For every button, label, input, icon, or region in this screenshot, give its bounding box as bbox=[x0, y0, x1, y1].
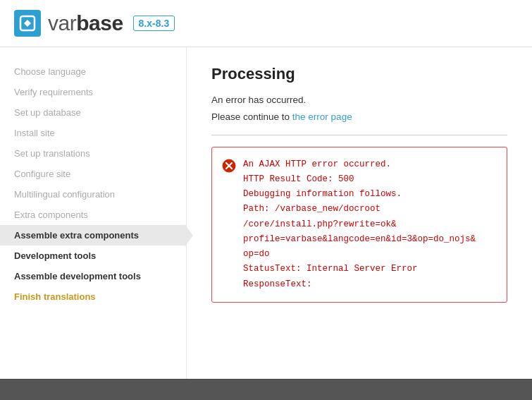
sidebar-item-set-up-database[interactable]: Set up database bbox=[0, 102, 186, 123]
error-details: An AJAX HTTP error occurred. HTTP Result… bbox=[243, 157, 476, 292]
page-title: Processing bbox=[211, 65, 507, 83]
error-box: An AJAX HTTP error occurred. HTTP Result… bbox=[211, 147, 507, 303]
error-intro-line2: Please continue to the error page bbox=[211, 110, 507, 124]
error-x-icon bbox=[222, 159, 236, 173]
sidebar-item-assemble-development-tools[interactable]: Assemble development tools bbox=[0, 266, 186, 286]
sidebar-item-install-site[interactable]: Install site bbox=[0, 123, 186, 143]
error-text: An AJAX HTTP error occurred. HTTP Result… bbox=[243, 157, 476, 292]
divider bbox=[211, 135, 507, 135]
sidebar-item-verify-requirements[interactable]: Verify requirements bbox=[0, 82, 186, 102]
sidebar-item-development-tools[interactable]: Development tools bbox=[0, 246, 186, 266]
sidebar-item-configure-site[interactable]: Configure site bbox=[0, 164, 186, 184]
error-intro-line1: An error has occurred. bbox=[211, 93, 507, 107]
version-badge: 8.x-8.3 bbox=[133, 16, 175, 31]
sidebar-item-extra-components[interactable]: Extra components bbox=[0, 205, 186, 225]
logo-text: varbase bbox=[48, 11, 123, 35]
main-layout: Choose language Verify requirements Set … bbox=[0, 47, 532, 379]
header: varbase 8.x-8.3 bbox=[0, 0, 532, 47]
content-area: Processing An error has occurred. Please… bbox=[187, 47, 532, 379]
sidebar-item-finish-translations[interactable]: Finish translations bbox=[0, 286, 186, 307]
sidebar-item-assemble-extra-components[interactable]: Assemble extra components bbox=[0, 225, 186, 246]
sidebar: Choose language Verify requirements Set … bbox=[0, 47, 187, 379]
sidebar-item-multilingual-configuration[interactable]: Multilingual configuration bbox=[0, 184, 186, 205]
logo-icon bbox=[14, 10, 41, 37]
error-page-link[interactable]: the error page bbox=[292, 111, 352, 122]
sidebar-item-set-up-translations[interactable]: Set up translations bbox=[0, 143, 186, 164]
sidebar-item-choose-language[interactable]: Choose language bbox=[0, 61, 186, 82]
footer bbox=[0, 379, 532, 400]
